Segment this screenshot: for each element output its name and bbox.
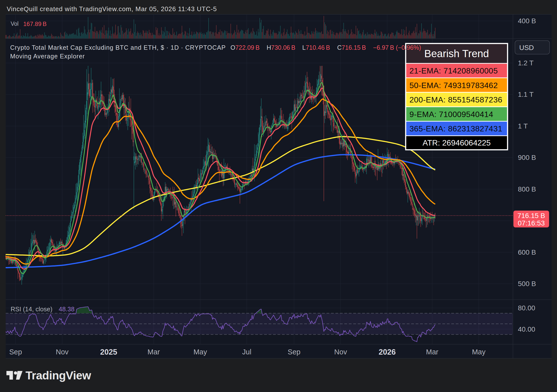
svg-text:2025: 2025 (100, 348, 117, 356)
svg-text:167.89 B: 167.89 B (23, 21, 47, 27)
svg-text:07:16:53: 07:16:53 (518, 219, 545, 227)
svg-text:−6.97 B (−0.96%): −6.97 B (−0.96%) (373, 44, 421, 51)
svg-text:1 T: 1 T (518, 122, 528, 130)
svg-text:80.00: 80.00 (518, 304, 535, 312)
svg-text:Nov: Nov (56, 348, 69, 356)
svg-text:365-EMA: 862313827431: 365-EMA: 862313827431 (409, 124, 502, 133)
svg-text:VinceQuill created with Tradin: VinceQuill created with TradingView.com,… (7, 5, 217, 13)
svg-text:Jul: Jul (242, 348, 251, 356)
svg-text:Nov: Nov (334, 348, 347, 356)
svg-text:Crypto Total Market Cap Exclud: Crypto Total Market Cap Excluding BTC an… (10, 44, 226, 51)
svg-text:Sep: Sep (9, 348, 22, 356)
svg-text:Moving Average Explorer: Moving Average Explorer (10, 53, 85, 60)
svg-text:200-EMA: 855154587236: 200-EMA: 855154587236 (409, 95, 502, 104)
svg-text:2026: 2026 (379, 348, 396, 356)
svg-text:C716.15 B: C716.15 B (337, 44, 366, 51)
svg-text:800 B: 800 B (518, 185, 536, 193)
svg-text:Sep: Sep (288, 348, 301, 356)
svg-text:40.00: 40.00 (518, 325, 535, 333)
svg-text:21-EMA: 714208960005: 21-EMA: 714208960005 (409, 66, 498, 75)
svg-text:600 B: 600 B (518, 248, 536, 256)
svg-text:ATR: 26946064225: ATR: 26946064225 (423, 138, 491, 147)
svg-text:H730.06 B: H730.06 B (267, 44, 295, 51)
svg-text:Bearish Trend: Bearish Trend (424, 48, 489, 59)
svg-text:500 B: 500 B (518, 280, 536, 288)
svg-text:RSI (14, close): RSI (14, close) (11, 306, 52, 313)
svg-text:USD: USD (519, 44, 534, 51)
svg-text:9-EMA: 710009540414: 9-EMA: 710009540414 (409, 110, 493, 119)
svg-text:O722.09 B: O722.09 B (230, 44, 260, 51)
svg-text:48.38: 48.38 (59, 306, 75, 313)
svg-text:1.1 T: 1.1 T (518, 91, 533, 98)
svg-text:Mar: Mar (426, 348, 438, 356)
svg-text:1.2 T: 1.2 T (518, 59, 533, 67)
svg-text:400 B: 400 B (518, 17, 536, 25)
svg-text:May: May (193, 348, 207, 356)
svg-text:TradingView: TradingView (25, 369, 91, 382)
svg-text:Vol: Vol (11, 21, 19, 27)
svg-text:900 B: 900 B (518, 154, 536, 161)
svg-text:L710.46 B: L710.46 B (302, 44, 330, 51)
svg-text:Mar: Mar (148, 348, 160, 356)
svg-text:May: May (472, 348, 485, 356)
svg-text:50-EMA: 749319783462: 50-EMA: 749319783462 (409, 81, 498, 90)
svg-text:716.15 B: 716.15 B (517, 212, 545, 220)
